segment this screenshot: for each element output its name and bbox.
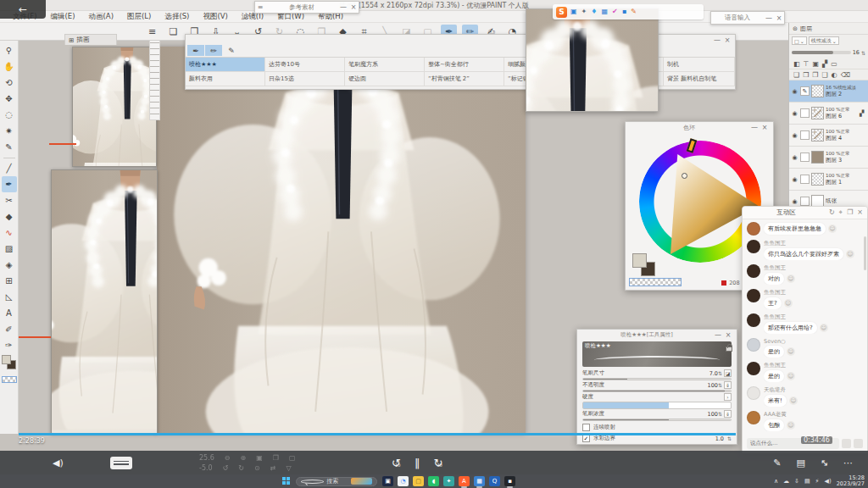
layer-tool-icon[interactable]: ❑: [822, 71, 828, 79]
layer-opacity-slider[interactable]: [792, 51, 851, 54]
subtool-cell[interactable]: 背景 颜料机自制笔: [664, 72, 735, 86]
property-slider[interactable]: [582, 378, 732, 380]
tool-button[interactable]: ✐: [2, 321, 17, 337]
menu-item[interactable]: 动画(A): [83, 11, 120, 23]
taskbar-app-icon[interactable]: ▢: [413, 476, 424, 486]
layer-row[interactable]: ◉ 100 %正常 图层 1: [789, 169, 868, 191]
tool-button[interactable]: A: [2, 305, 17, 321]
csp-nav-icon[interactable]: ↺: [223, 464, 229, 472]
close-button[interactable]: ×: [348, 3, 359, 11]
ime-icon[interactable]: ✎: [631, 8, 637, 15]
tool-button[interactable]: ✂: [2, 192, 17, 208]
blend-mode-select[interactable]: 线性减淡⌄: [809, 36, 839, 45]
subtool-cell[interactable]: “村青铜技笔 2”: [425, 72, 504, 86]
layer-thumbnail[interactable]: [811, 173, 824, 186]
minimize-button[interactable]: —: [764, 14, 774, 22]
tool-button[interactable]: ◆: [2, 208, 17, 225]
annotate-pencil-icon[interactable]: ✎: [773, 458, 781, 469]
tool-button[interactable]: ╱: [2, 160, 17, 176]
layers-tab-label[interactable]: 图层: [800, 25, 812, 33]
toolbar-icon[interactable]: ≡: [144, 25, 160, 39]
menu-item[interactable]: 图层(L): [121, 11, 157, 23]
forward-30-button[interactable]: ↻30: [433, 457, 442, 469]
subtool-cell[interactable]: 笔刷魔方系: [345, 58, 425, 72]
emoji-reaction-icon[interactable]: ☺: [784, 299, 793, 308]
back-button[interactable]: ←: [0, 0, 46, 19]
csp-nav-icon[interactable]: ❐: [273, 454, 279, 462]
tray-icon[interactable]: ◀): [825, 478, 832, 485]
taskbar-search[interactable]: 搜索: [296, 477, 377, 486]
layer-tool-icon[interactable]: ▭: [831, 60, 837, 68]
chat-scrollbar[interactable]: [864, 236, 866, 270]
taskbar-app-icon[interactable]: ▣: [382, 476, 393, 486]
ime-icon[interactable]: ♦: [591, 8, 597, 15]
eye-icon[interactable]: ◉: [791, 110, 798, 117]
chat-header-icon[interactable]: ×: [857, 208, 863, 217]
layer-check[interactable]: [800, 152, 810, 162]
foreground-color-swatch[interactable]: [2, 355, 11, 364]
tray-icon[interactable]: ⇩: [794, 478, 799, 485]
more-options-icon[interactable]: ⋯: [843, 458, 853, 469]
spinner-icon[interactable]: ⇅: [718, 382, 722, 388]
toolbar-icon[interactable]: ❏: [165, 25, 181, 39]
eye-icon[interactable]: ◉: [791, 176, 798, 183]
reference-photo-bottom[interactable]: [51, 169, 158, 434]
layer-tool-icon[interactable]: ⊤: [804, 60, 810, 68]
layer-check[interactable]: [800, 197, 810, 206]
layer-row[interactable]: ◉ 100 %正常 图层 3: [789, 147, 868, 169]
taskbar-app-icon[interactable]: ◔: [398, 476, 409, 486]
property-slider[interactable]: [582, 402, 732, 409]
menu-item[interactable]: 视图(V): [197, 11, 233, 23]
emoji-reaction-icon[interactable]: ☺: [787, 347, 795, 356]
subtool-tab[interactable]: ✏: [205, 45, 222, 56]
layer-tool-icon[interactable]: ◧: [793, 60, 800, 68]
close-button[interactable]: ×: [722, 36, 732, 44]
transparent-swatch[interactable]: [629, 278, 682, 286]
subtool-cell[interactable]: 硬边圆: [345, 72, 425, 86]
menu-item[interactable]: 编辑(E): [45, 11, 81, 23]
layer-tool-icon[interactable]: ▣: [813, 60, 820, 68]
chat-header-icon[interactable]: ⌖: [839, 208, 843, 217]
layer-check[interactable]: [800, 130, 810, 140]
avatar[interactable]: [747, 313, 760, 327]
tool-button[interactable]: ✥: [2, 91, 17, 107]
property-button[interactable]: ›: [724, 393, 732, 401]
taskbar-app-icon[interactable]: ◖: [428, 476, 439, 486]
minimize-button[interactable]: —: [338, 3, 348, 11]
minimize-button[interactable]: —: [749, 124, 760, 131]
avatar[interactable]: [747, 222, 760, 236]
minimize-button[interactable]: —: [713, 331, 723, 339]
document-tab[interactable]: ⊞ 插画: [64, 34, 117, 45]
fullscreen-icon[interactable]: ↔: [818, 456, 832, 469]
layer-row[interactable]: ◉ ✎ 16 %线性减淡（发光） 图层 2: [789, 80, 868, 103]
layer-thumbnail[interactable]: [811, 85, 824, 97]
emoji-reaction-icon[interactable]: ☺: [787, 372, 795, 380]
eye-icon[interactable]: ◉: [791, 88, 798, 95]
layer-tool-icon[interactable]: ◐: [832, 71, 837, 79]
tray-icon[interactable]: ⚡: [815, 478, 820, 485]
tool-button[interactable]: ∿: [2, 225, 17, 241]
tray-icon[interactable]: ▤: [804, 478, 810, 485]
eye-icon[interactable]: ◉: [791, 132, 798, 139]
close-button[interactable]: ×: [760, 124, 770, 131]
avatar[interactable]: [747, 411, 760, 424]
chat-messages[interactable]: 有后续发群里急急急 ☺ 鱼鱼国王 你只鸟这么几个要踩好歹素 ☺: [743, 219, 867, 434]
tray-icon[interactable]: ∧: [774, 478, 778, 485]
taskbar-app-icon[interactable]: A: [459, 476, 470, 486]
taskbar-app-icon[interactable]: ▦: [474, 476, 485, 486]
layer-row[interactable]: ◉ 100 %正常 图层 4: [789, 125, 868, 147]
emoji-reaction-icon[interactable]: ☺: [820, 324, 828, 332]
tool-button[interactable]: ✑: [2, 337, 17, 353]
avatar[interactable]: [747, 240, 760, 253]
image-button[interactable]: [842, 439, 851, 448]
layer-row[interactable]: ◉ 100 %正常 图层 6 ▞: [789, 103, 868, 125]
tool-button[interactable]: ⟲: [2, 75, 17, 91]
tool-button[interactable]: ✷: [2, 123, 17, 139]
layer-thumbnail[interactable]: [811, 129, 824, 141]
csp-nav-icon[interactable]: ↻: [238, 464, 244, 472]
avatar[interactable]: [747, 289, 760, 302]
layer-check[interactable]: ✎: [800, 86, 810, 96]
pause-button[interactable]: ‖: [415, 457, 420, 469]
volume-icon[interactable]: ◀): [53, 458, 64, 469]
tool-button[interactable]: ⊞: [2, 273, 17, 289]
